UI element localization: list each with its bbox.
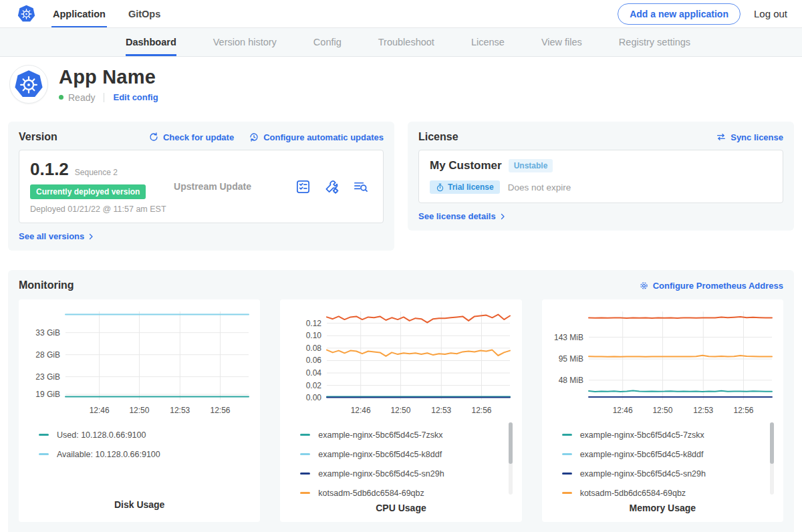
legend-item: Used: 10.128.0.66:9100 — [39, 425, 255, 444]
subnav-view-files[interactable]: View files — [541, 28, 582, 56]
subnav-troubleshoot[interactable]: Troubleshoot — [378, 28, 434, 56]
config-wrench-icon[interactable] — [324, 179, 340, 194]
customer-name: My Customer — [430, 159, 502, 172]
svg-text:28 GiB: 28 GiB — [35, 350, 60, 360]
legend-label: kotsadm-5db6dc6584-69qbz — [318, 489, 424, 498]
legend-swatch — [562, 453, 572, 455]
see-all-versions-link[interactable]: See all versions — [19, 231, 384, 241]
disk-usage-chart-card: 33 GiB28 GiB23 GiB19 GiB12:4612:5012:531… — [19, 299, 260, 522]
configure-automatic-updates-link[interactable]: Configure automatic updates — [249, 132, 384, 142]
svg-text:12:46: 12:46 — [90, 406, 110, 415]
subnav-version-history[interactable]: Version history — [213, 28, 277, 56]
svg-text:12:46: 12:46 — [612, 406, 632, 415]
app-header: App Name Ready Edit config — [0, 57, 802, 113]
legend-item: Available: 10.128.0.66:9100 — [39, 444, 255, 464]
chevron-right-icon — [87, 233, 95, 241]
clock-rotate-icon — [249, 132, 259, 142]
page-title: App Name — [59, 66, 158, 88]
svg-text:0.12: 0.12 — [306, 319, 322, 328]
top-nav-tabs: Application GitOps — [51, 0, 162, 27]
svg-text:0.06: 0.06 — [306, 356, 322, 365]
edit-config-link[interactable]: Edit config — [113, 92, 158, 102]
svg-text:95 MiB: 95 MiB — [558, 354, 583, 364]
app-avatar-kubernetes-icon — [9, 65, 48, 104]
chevron-right-icon — [499, 213, 507, 221]
tab-application[interactable]: Application — [51, 0, 107, 27]
add-application-button[interactable]: Add a new application — [618, 3, 741, 25]
subnav-config[interactable]: Config — [313, 28, 342, 56]
legend-item: example-nginx-5bc6f5d4c5-sn29h — [300, 464, 516, 483]
svg-text:12:50: 12:50 — [391, 406, 411, 415]
license-card-title: License — [418, 131, 458, 143]
legend-swatch — [562, 492, 572, 494]
configure-prometheus-link[interactable]: Configure Prometheus Address — [639, 281, 783, 291]
license-card: License Sync license My Customer Unstabl… — [408, 122, 794, 231]
divider — [104, 93, 104, 102]
chart-title: Memory Usage — [547, 503, 778, 517]
logout-button[interactable]: Log out — [754, 8, 787, 19]
expiration-text: Does not expire — [508, 182, 571, 192]
app-subnav: Dashboard Version history Config Trouble… — [0, 28, 802, 57]
channel-badge: Unstable — [509, 159, 553, 172]
legend-label: Available: 10.128.0.66:9100 — [57, 450, 160, 459]
svg-text:19 GiB: 19 GiB — [35, 390, 60, 399]
legend-swatch — [39, 434, 49, 436]
memory-usage-legend: example-nginx-5bc6f5d4c5-7zskxexample-ng… — [547, 418, 778, 503]
svg-text:12:50: 12:50 — [652, 406, 672, 415]
legend-item: example-nginx-5bc6f5d4c5-7zskx — [300, 425, 516, 444]
legend-swatch — [300, 453, 310, 455]
check-for-update-link[interactable]: Check for update — [148, 132, 234, 142]
legend-item: kotsadm-5db6dc6584-69qbz — [300, 483, 516, 503]
legend-item: example-nginx-5bc6f5d4c5-k8ddf — [300, 444, 516, 464]
subnav-license[interactable]: License — [471, 28, 505, 56]
chart-title: CPU Usage — [285, 503, 516, 517]
cpu-usage-chart-card: 0.120.100.080.060.040.020.0012:4612:5012… — [280, 299, 521, 522]
svg-text:12:53: 12:53 — [432, 406, 452, 415]
legend-swatch — [562, 473, 572, 475]
sync-license-link[interactable]: Sync license — [716, 132, 783, 142]
license-details-box: My Customer Unstable Trial license Does … — [418, 150, 783, 203]
legend-label: example-nginx-5bc6f5d4c5-sn29h — [318, 469, 444, 479]
subnav-dashboard[interactable]: Dashboard — [126, 28, 176, 56]
svg-text:23 GiB: 23 GiB — [35, 372, 60, 382]
status-dot — [59, 95, 63, 100]
legend-swatch — [300, 492, 310, 494]
memory-usage-chart-card: 143 MiB95 MiB48 MiB12:4612:5012:5312:56 … — [542, 299, 783, 522]
legend-item: example-nginx-5bc6f5d4c5-k8ddf — [562, 444, 778, 464]
svg-text:12:53: 12:53 — [693, 406, 713, 415]
svg-text:143 MiB: 143 MiB — [554, 333, 583, 342]
gear-icon — [639, 281, 649, 291]
legend-label: example-nginx-5bc6f5d4c5-k8ddf — [318, 450, 442, 459]
legend-scrollbar[interactable] — [770, 422, 774, 495]
version-card-title: Version — [19, 131, 57, 143]
memory-usage-chart: 143 MiB95 MiB48 MiB12:4612:5012:5312:56 — [547, 306, 778, 418]
legend-label: kotsadm-5db6dc6584-69qbz — [580, 489, 686, 498]
monitoring-section: Monitoring Configure Prometheus Address … — [8, 270, 794, 532]
svg-text:0.04: 0.04 — [306, 368, 322, 378]
currently-deployed-badge: Currently deployed version — [30, 184, 146, 199]
cpu-usage-chart: 0.120.100.080.060.040.020.0012:4612:5012… — [285, 306, 516, 418]
legend-swatch — [39, 453, 49, 455]
svg-text:12:56: 12:56 — [733, 406, 753, 415]
current-version-box: 0.1.2 Sequence 2 Currently deployed vers… — [19, 150, 384, 223]
legend-label: example-nginx-5bc6f5d4c5-7zskx — [318, 430, 442, 440]
chart-title: Disk Usage — [24, 499, 255, 514]
sequence-label: Sequence 2 — [75, 168, 118, 177]
subnav-registry-settings[interactable]: Registry settings — [619, 28, 690, 56]
deployed-timestamp: Deployed 01/21/22 @ 11:57 am EST — [30, 205, 174, 214]
svg-text:48 MiB: 48 MiB — [558, 376, 583, 385]
legend-item: kotsadm-5db6dc6584-69qbz — [562, 483, 778, 503]
see-license-details-link[interactable]: See license details — [418, 211, 783, 221]
svg-text:0.00: 0.00 — [306, 393, 322, 402]
disk-usage-chart: 33 GiB28 GiB23 GiB19 GiB12:4612:5012:531… — [24, 306, 255, 418]
legend-label: Used: 10.128.0.66:9100 — [57, 430, 146, 440]
legend-scrollbar[interactable] — [509, 422, 513, 495]
svg-text:0.08: 0.08 — [306, 344, 322, 353]
tab-gitops[interactable]: GitOps — [127, 0, 162, 27]
cpu-usage-legend: example-nginx-5bc6f5d4c5-7zskxexample-ng… — [285, 418, 516, 503]
version-card: Version Check for update — [8, 122, 394, 251]
update-type-label: Upstream Update — [174, 181, 295, 192]
release-notes-search-icon[interactable] — [353, 179, 368, 194]
legend-swatch — [300, 473, 310, 475]
preflight-checks-icon[interactable] — [295, 179, 311, 194]
